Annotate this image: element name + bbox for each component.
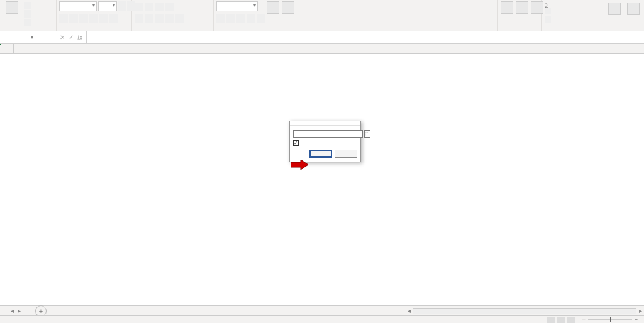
align-middle-icon[interactable] [145,3,153,11]
format-as-table-button[interactable] [282,1,294,15]
page-break-view-icon [567,317,575,323]
indent-inc-icon[interactable] [175,14,184,23]
format-cells-button[interactable] [531,1,543,15]
find-select-button[interactable] [625,3,641,16]
ok-button[interactable] [309,150,332,158]
zoom-control[interactable]: −+ [582,317,640,323]
delete-cells-button[interactable] [516,1,528,15]
delete-icon [516,1,528,14]
align-center-icon[interactable] [145,14,153,23]
cut-button[interactable] [24,1,33,9]
horizontal-scrollbar[interactable]: ◂▸ [405,308,644,314]
select-all-corner[interactable] [0,44,14,53]
accounting-icon[interactable] [216,14,225,23]
border-icon[interactable] [89,14,98,23]
align-top-icon[interactable] [135,3,143,11]
column-headers[interactable] [0,44,644,54]
conditional-formatting-button[interactable] [267,1,279,15]
grid-rows[interactable] [0,54,644,303]
insert-icon [501,1,513,14]
normal-view-icon [547,317,555,323]
number-format-combo[interactable] [216,1,258,11]
bold-icon[interactable] [59,14,68,23]
new-sheet-button[interactable]: + [35,305,47,317]
conditional-formatting-icon [267,1,279,14]
sort-filter-button[interactable] [606,3,623,16]
comma-icon[interactable] [236,14,245,23]
paste-button[interactable] [3,1,21,15]
page-layout-view-icon [557,317,565,323]
find-icon [627,3,640,15]
table-range-input[interactable] [293,130,363,138]
table-icon [282,1,294,14]
status-bar: −+ [0,315,644,323]
view-buttons[interactable] [547,317,575,323]
underline-icon[interactable] [79,14,88,23]
svg-marker-0 [291,160,308,170]
align-bottom-icon[interactable] [155,3,164,11]
inc-decimal-icon[interactable] [247,14,255,23]
tab-nav-next[interactable]: ▸ [18,307,21,314]
italic-icon[interactable] [69,14,78,23]
format-painter-button[interactable] [24,18,33,26]
increase-font-icon[interactable] [118,1,126,11]
font-name-combo[interactable] [59,1,97,11]
sort-icon [608,3,621,15]
formula-bar: ✕✓fx [0,31,644,44]
cancel-button[interactable] [335,150,357,158]
headers-checkbox[interactable]: ✓ [293,140,357,146]
cancel-formula-icon[interactable]: ✕ [60,34,65,41]
name-box[interactable] [0,31,36,43]
align-left-icon[interactable] [135,14,143,23]
enter-formula-icon[interactable]: ✓ [69,34,74,41]
checkbox-icon: ✓ [293,140,299,146]
tab-nav-prev[interactable]: ◂ [11,307,14,314]
worksheet[interactable] [0,44,644,303]
annotation-arrow [291,160,308,171]
fill-color-icon[interactable] [99,14,108,23]
range-picker-button[interactable]: ⬚ [364,130,370,138]
ribbon: ∑ [0,0,644,31]
scissors-icon [24,2,31,9]
format-icon [531,1,543,14]
copy-button[interactable] [24,10,33,18]
indent-dec-icon[interactable] [165,14,174,23]
clear-button[interactable] [545,16,551,24]
font-size-combo[interactable] [98,1,117,11]
percent-icon[interactable] [226,14,235,23]
fill-button[interactable] [545,8,551,16]
sheet-tabs: ◂▸ + ◂▸ [0,305,644,315]
brush-icon [24,19,31,26]
align-right-icon[interactable] [155,14,164,23]
font-color-icon[interactable] [109,14,118,23]
fx-icon[interactable]: fx [77,34,82,41]
orientation-icon[interactable] [165,3,174,11]
insert-cells-button[interactable] [501,1,513,15]
paste-icon [6,1,18,14]
copy-icon [24,10,31,18]
create-table-dialog: ⬚ ✓ [289,121,361,162]
autosum-button[interactable]: ∑ [545,1,548,8]
